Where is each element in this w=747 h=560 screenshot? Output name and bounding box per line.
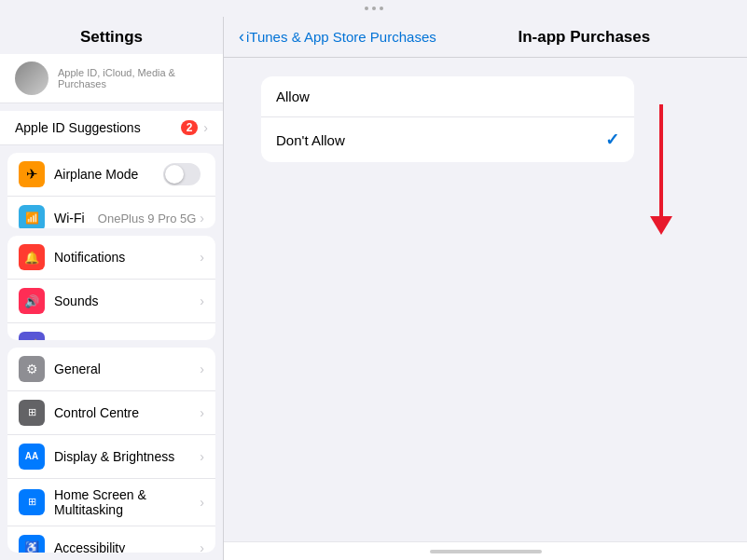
home-bar [430,550,542,553]
option-allow[interactable]: Allow [261,76,634,117]
sidebar-item-wifi[interactable]: 📶 Wi-Fi OnePlus 9 Pro 5G › [7,197,215,228]
dont-allow-label: Don't Allow [276,132,605,148]
options-card: Allow Don't Allow ✓ [261,76,634,162]
suggestions-badge: 2 [181,120,199,135]
avatar [15,61,48,95]
checkmark-icon: ✓ [605,130,619,150]
sounds-label: Sounds [54,294,200,308]
accessibility-label: Accessibility [54,540,200,553]
sounds-icon: 🔊 [19,288,45,314]
apple-id-subtitle: Apple ID, iCloud, Media & Purchases [58,67,208,89]
general-label: General [54,362,200,376]
sidebar: Settings Apple ID, iCloud, Media & Purch… [0,17,224,560]
apple-id-suggestions-row[interactable]: Apple ID Suggestions 2 › [0,111,223,145]
nav-back-button[interactable]: ‹ iTunes & App Store Purchases [239,27,436,47]
red-arrow [650,104,672,235]
sidebar-item-home-screen[interactable]: ⊞ Home Screen & Multitasking › [7,479,215,526]
airplane-mode-icon: ✈ [19,161,45,187]
panel-content: Allow Don't Allow ✓ [224,58,747,541]
control-centre-icon: ⊞ [19,400,45,426]
nav-bar: ‹ iTunes & App Store Purchases In-app Pu… [224,17,747,58]
allow-label: Allow [276,89,619,104]
arrow-head [650,216,672,235]
airplane-toggle[interactable] [163,163,201,185]
home-indicator [224,541,747,560]
nav-back-label: iTunes & App Store Purchases [246,29,436,45]
notifications-label: Notifications [54,250,200,265]
home-screen-icon: ⊞ [19,489,45,515]
accessibility-icon: ♿ [19,535,45,553]
arrow-line [659,104,663,216]
general-icon: ⚙ [19,356,45,382]
top-dots [365,7,383,10]
airplane-mode-label: Airplane Mode [54,167,163,182]
wifi-label: Wi-Fi [54,211,98,225]
nav-title: In-app Purchases [436,28,732,47]
focus-icon: 🌙 [19,332,45,339]
settings-group-1: ✈ Airplane Mode 📶 Wi-Fi OnePlus 9 Pro 5G… [7,153,215,228]
display-brightness-label: Display & Brightness [54,449,200,464]
home-screen-label: Home Screen & Multitasking [54,487,200,517]
apple-id-row[interactable]: Apple ID, iCloud, Media & Purchases [0,54,223,103]
settings-group-3: ⚙ General › ⊞ Control Centre › AA Displa… [7,348,215,553]
sidebar-item-display-brightness[interactable]: AA Display & Brightness › [7,435,215,479]
sidebar-item-airplane-mode[interactable]: ✈ Airplane Mode [7,153,215,197]
sidebar-item-notifications[interactable]: 🔔 Notifications › [7,236,215,280]
settings-group-2: 🔔 Notifications › 🔊 Sounds › 🌙 Focus › ⏱… [7,236,215,339]
display-brightness-icon: AA [19,444,45,470]
control-centre-label: Control Centre [54,405,200,420]
top-bar [0,0,747,17]
main-content: Settings Apple ID, iCloud, Media & Purch… [0,17,747,560]
suggestions-chevron: › [203,120,208,135]
focus-label: Focus [54,337,200,339]
right-panel: ‹ iTunes & App Store Purchases In-app Pu… [224,17,747,560]
sidebar-item-sounds[interactable]: 🔊 Sounds › [7,280,215,323]
wifi-value: OnePlus 9 Pro 5G [98,212,197,225]
annotation-arrow [650,104,672,235]
sidebar-item-general[interactable]: ⚙ General › [7,348,215,391]
sidebar-title: Settings [0,17,223,54]
wifi-icon: 📶 [19,205,45,228]
option-dont-allow[interactable]: Don't Allow ✓ [261,117,634,162]
back-chevron-icon: ‹ [239,27,244,47]
sidebar-item-accessibility[interactable]: ♿ Accessibility › [7,526,215,553]
sidebar-item-focus[interactable]: 🌙 Focus › [7,323,215,339]
suggestions-label: Apple ID Suggestions [15,120,181,135]
notifications-icon: 🔔 [19,244,45,270]
apple-id-text: Apple ID, iCloud, Media & Purchases [58,67,208,89]
sidebar-item-control-centre[interactable]: ⊞ Control Centre › [7,391,215,435]
